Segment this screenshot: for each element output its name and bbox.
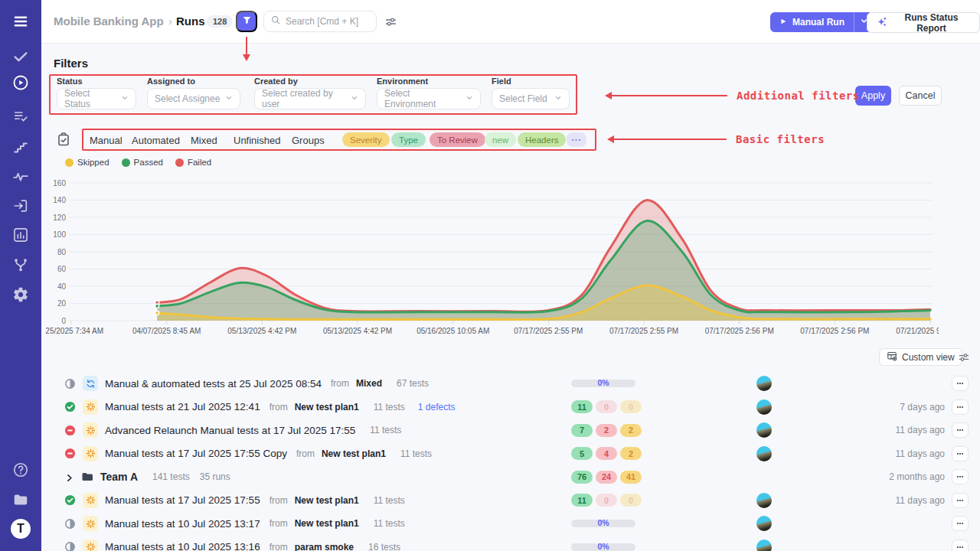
row-more-button[interactable] <box>952 422 969 438</box>
tab-automated[interactable]: Automated <box>132 135 180 146</box>
count-badge-green: 76 <box>571 471 593 484</box>
svg-text:07/17/2025 2:55 PM: 07/17/2025 2:55 PM <box>514 327 583 335</box>
run-title[interactable]: Manual tests at 10 Jul 2025 13:17 <box>105 518 260 530</box>
cancel-button[interactable]: Cancel <box>899 86 942 106</box>
run-title[interactable]: Manual tests at 17 Jul 2025 17:55 <box>105 494 260 506</box>
table-gear-icon <box>887 350 897 364</box>
row-more-button[interactable] <box>952 469 969 484</box>
legend-item-passed[interactable]: Passed <box>122 158 163 167</box>
pulse-icon[interactable] <box>12 168 29 185</box>
run-row[interactable]: Manual tests at 21 Jul 2025 12:41fromNew… <box>41 396 980 419</box>
tag-headers[interactable]: Headers <box>518 132 566 147</box>
field-select[interactable]: Select Field <box>492 88 570 109</box>
runs-status-report-button[interactable]: Runs Status Report <box>867 12 980 33</box>
run-title[interactable]: Manual tests at 10 Jul 2025 13:16 <box>105 541 260 551</box>
group-runs-count: 35 runs <box>200 471 230 482</box>
bar-chart-icon[interactable] <box>12 227 29 243</box>
status-select[interactable]: Select Status <box>57 88 136 109</box>
run-row[interactable]: Manual & automated tests at 25 Jul 2025 … <box>41 372 980 396</box>
row-more-button[interactable] <box>952 446 969 461</box>
expand-chevron-icon[interactable] <box>64 472 74 482</box>
count-badge-red: 0 <box>596 494 617 507</box>
tab-mixed[interactable]: Mixed <box>191 135 217 146</box>
row-more-button[interactable] <box>952 540 969 551</box>
svg-text:60: 60 <box>57 265 67 273</box>
burst-icon <box>83 399 98 415</box>
search-input[interactable] <box>286 16 370 27</box>
tests-count: 11 tests <box>374 495 405 506</box>
avatar <box>756 376 772 391</box>
run-row[interactable]: Advanced Relaunch Manual tests at 17 Jul… <box>41 419 980 442</box>
status-stopped-icon <box>64 448 76 459</box>
run-title[interactable]: Manual & automated tests at 25 Jul 2025 … <box>105 378 322 390</box>
tag-severity[interactable]: Severity <box>342 132 390 147</box>
list-settings-icon[interactable] <box>958 351 970 364</box>
filter-label: Created by <box>254 77 366 86</box>
svg-text:100: 100 <box>53 230 66 239</box>
from-label: from <box>296 448 315 459</box>
legend-item-skipped[interactable]: Skipped <box>65 158 109 167</box>
group-title[interactable]: Team A <box>100 471 138 483</box>
run-title[interactable]: Manual tests at 17 Jul 2025 17:55 Copy <box>105 448 287 459</box>
check-icon[interactable] <box>12 48 29 65</box>
apply-button[interactable]: Apply <box>855 86 891 106</box>
created-by-select[interactable]: Select created by user <box>254 88 366 109</box>
environment-select[interactable]: Select Environment <box>377 88 481 109</box>
runs-page: T Mobile Banking App › Runs 128 Manual R… <box>0 0 980 551</box>
run-title[interactable]: Manual tests at 21 Jul 2025 12:41 <box>105 401 260 412</box>
list-check-icon[interactable] <box>12 108 29 125</box>
tests-count: 11 tests <box>400 448 432 459</box>
row-more-button[interactable] <box>952 493 969 508</box>
tab-groups[interactable]: Groups <box>292 135 325 146</box>
runs-area-chart: 0204060801001201401602/25/2025 7:34 AM04… <box>46 173 939 344</box>
tag-new[interactable]: new <box>485 132 516 147</box>
breadcrumb-page[interactable]: Runs <box>176 15 205 28</box>
search-settings-icon[interactable] <box>384 15 397 28</box>
group-row[interactable]: Team A141 tests35 runs7624412 months ago <box>41 465 980 489</box>
custom-view-button[interactable]: Custom view <box>879 348 962 366</box>
tag-to-review[interactable]: To Review <box>430 132 485 147</box>
count-badge-green: 11 <box>571 400 593 413</box>
folder-icon[interactable] <box>12 491 29 508</box>
run-row[interactable]: Manual tests at 10 Jul 2025 13:17fromNew… <box>41 512 980 536</box>
manual-run-button[interactable]: Manual Run <box>770 12 874 32</box>
tab-unfinished[interactable]: Unfinished <box>234 135 280 146</box>
folder-icon <box>81 471 93 483</box>
from-label: from <box>270 402 288 412</box>
branch-icon[interactable] <box>12 256 29 273</box>
checklist-edit-icon[interactable] <box>56 132 71 147</box>
select-placeholder: Select Assignee <box>155 93 220 104</box>
row-more-button[interactable] <box>952 516 969 531</box>
filter-group-status: StatusSelect Status <box>57 77 136 109</box>
run-row[interactable]: Manual tests at 17 Jul 2025 17:55 Copyfr… <box>41 442 980 466</box>
row-more-button[interactable] <box>952 376 969 391</box>
run-title[interactable]: Advanced Relaunch Manual tests at 17 Jul… <box>105 425 355 436</box>
gear-icon[interactable] <box>12 286 29 303</box>
play-circle-icon[interactable] <box>12 74 29 91</box>
filter-funnel-button[interactable] <box>236 11 257 32</box>
run-row[interactable]: Manual tests at 17 Jul 2025 17:55fromNew… <box>41 489 980 513</box>
select-placeholder: Select Status <box>64 88 116 109</box>
tests-count: 11 tests <box>374 402 405 412</box>
search-box[interactable] <box>263 11 377 32</box>
app-logo[interactable]: T <box>11 519 31 539</box>
import-icon[interactable] <box>12 197 29 214</box>
select-placeholder: Select created by user <box>262 88 346 109</box>
defects-link[interactable]: 1 defects <box>418 402 456 412</box>
progress-bar: 0% <box>571 520 635 527</box>
help-icon[interactable] <box>12 461 29 478</box>
tab-manual[interactable]: Manual <box>90 135 122 146</box>
row-more-button[interactable] <box>952 399 969 415</box>
plan-name: New test plan1 <box>295 518 359 529</box>
menu-icon[interactable] <box>12 13 29 30</box>
more-filters-button[interactable]: ... <box>567 132 586 147</box>
run-row[interactable]: Manual tests at 10 Jul 2025 13:16frompar… <box>41 536 980 551</box>
legend-item-failed[interactable]: Failed <box>175 158 211 167</box>
search-icon <box>270 15 281 28</box>
count-badge-yellow: 41 <box>620 471 642 484</box>
stairs-icon[interactable] <box>12 139 29 155</box>
svg-text:07/17/2025 2:56 PM: 07/17/2025 2:56 PM <box>800 327 869 335</box>
assigned-to-select[interactable]: Select Assignee <box>147 88 240 109</box>
tag-type[interactable]: Type <box>391 132 426 147</box>
breadcrumb-project[interactable]: Mobile Banking App <box>54 15 164 28</box>
